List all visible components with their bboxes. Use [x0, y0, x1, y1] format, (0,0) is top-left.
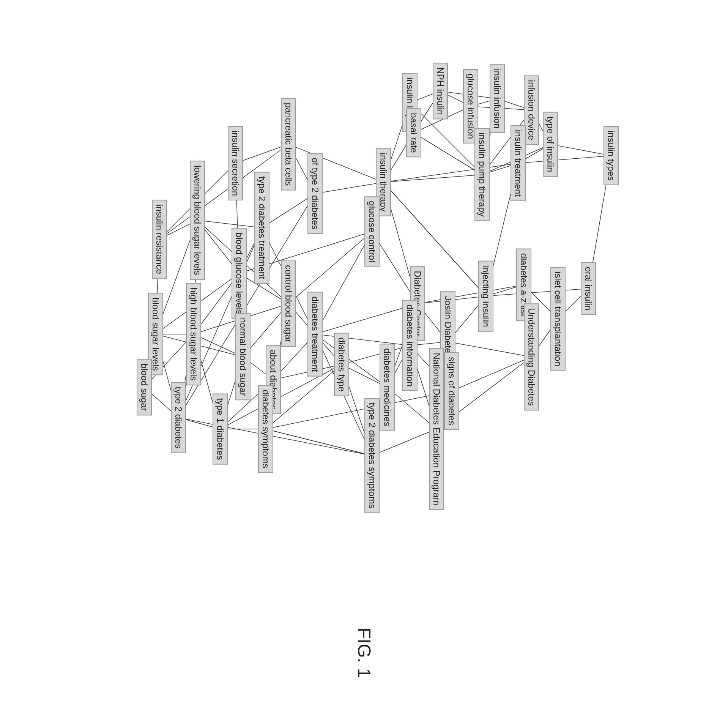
concept-node[interactable]: lowering blood sugar levels — [190, 161, 205, 280]
svg-line-72 — [266, 429, 372, 456]
concept-node[interactable]: insulin infusion — [490, 64, 505, 133]
svg-line-91 — [266, 429, 372, 456]
svg-line-73 — [178, 418, 372, 456]
concept-node-label: insulin resistance — [154, 204, 165, 274]
concept-node-label: insulin infusion — [492, 69, 503, 128]
figure-caption: FIG. 1 — [354, 628, 375, 678]
concept-node[interactable]: diabetes information — [402, 300, 418, 391]
concept-node[interactable]: insulin resistance — [152, 200, 167, 279]
svg-line-80 — [235, 144, 288, 163]
svg-line-58 — [288, 144, 383, 182]
concept-node[interactable]: high blood sugar levels — [186, 283, 201, 385]
concept-node[interactable]: insulin pump therapy — [474, 128, 490, 221]
concept-node[interactable]: type 2 diabetes — [171, 382, 186, 453]
concept-node-label: control blood sugar — [284, 265, 294, 342]
concept-node-label: injecting insulin — [481, 265, 491, 327]
concept-node-label: insulin types — [606, 131, 616, 181]
svg-line-26 — [383, 182, 486, 296]
svg-line-55 — [372, 429, 436, 456]
concept-graph: insulin typesoral insulinislet cell tran… — [76, 30, 645, 600]
concept-node-label: insulin secretion — [230, 131, 241, 196]
svg-line-44 — [266, 391, 452, 429]
concept-node-label: type 2 diabetes treatment — [257, 177, 267, 279]
concept-node-label: high blood sugar levels — [189, 287, 199, 381]
concept-node[interactable]: insulin secretion — [228, 126, 243, 200]
svg-line-60 — [288, 232, 372, 304]
concept-node-label: blood glucose levels — [234, 232, 244, 314]
concept-node-label: diabetes information — [405, 304, 415, 386]
concept-node-label: insulin treatment — [513, 130, 523, 197]
svg-line-18 — [418, 285, 524, 304]
concept-node[interactable]: normal blood sugar — [235, 313, 251, 400]
concept-node-label: type of insulin — [545, 117, 556, 172]
svg-line-62 — [315, 232, 372, 334]
concept-node-label: diabetes symptoms — [261, 390, 271, 468]
concept-node[interactable]: oral insulin — [581, 262, 596, 315]
concept-node[interactable]: infusion device — [524, 76, 539, 145]
concept-node-label: lowering blood sugar levels — [192, 165, 203, 275]
concept-node[interactable]: type of insulin — [543, 112, 558, 177]
svg-line-20 — [448, 342, 531, 357]
concept-node[interactable]: of type 2 diabetes — [307, 153, 323, 234]
concept-node-label: of type 2 diabetes — [310, 158, 320, 229]
concept-node[interactable]: blood glucose levels — [232, 228, 247, 319]
concept-node-label: diabetes type — [337, 338, 347, 392]
concept-node-label: blood sugar levels — [151, 297, 161, 371]
concept-node-label: National Diabetes Education Program — [432, 353, 442, 505]
concept-node[interactable]: pancreatic beta cells — [281, 98, 296, 191]
concept-node-label: basal rate — [409, 113, 419, 153]
concept-node[interactable]: insulin treatment — [511, 125, 526, 201]
svg-line-0 — [550, 144, 611, 156]
concept-node-label: signs of diabetes — [447, 357, 457, 425]
concept-node[interactable]: type 2 diabetes symptoms — [364, 398, 380, 513]
svg-line-15 — [383, 163, 518, 182]
svg-line-19 — [452, 357, 531, 391]
concept-node[interactable]: diabetes type — [334, 333, 349, 396]
concept-node[interactable]: islet cell transplantation — [550, 267, 566, 371]
concept-node[interactable]: glucose control — [364, 196, 380, 267]
concept-node-label: type 1 diabetes — [215, 398, 225, 460]
concept-node-label: glucose control — [367, 201, 377, 262]
svg-line-93 — [197, 220, 262, 228]
concept-node-label: type 2 diabetes symptoms — [367, 403, 377, 509]
svg-line-3 — [486, 289, 588, 296]
concept-node-label: insulin therapy — [378, 153, 389, 212]
concept-node[interactable]: NPH insulin — [433, 63, 448, 119]
svg-line-1 — [518, 156, 611, 163]
concept-node-label: diabetes treatment — [310, 297, 320, 372]
concept-node-label: oral insulin — [583, 267, 594, 311]
concept-node[interactable]: type 2 diabetes treatment — [254, 172, 269, 284]
concept-node[interactable]: insulin types — [604, 126, 619, 185]
concept-node-label: Understanding Diabetes — [526, 308, 537, 406]
concept-node[interactable]: National Diabetes Education Program — [429, 348, 444, 510]
concept-node-label: blood sugar — [139, 363, 150, 411]
svg-line-59 — [383, 182, 486, 296]
concept-node-label: pancreatic beta cells — [284, 103, 294, 186]
svg-line-53 — [315, 334, 410, 345]
svg-line-31 — [383, 175, 482, 182]
concept-node-label: type 2 diabetes — [173, 387, 184, 449]
concept-node[interactable]: diabetes treatment — [307, 292, 323, 377]
svg-line-77 — [262, 194, 315, 228]
concept-node-label: NPH insulin — [435, 67, 446, 115]
svg-line-51 — [342, 345, 410, 364]
concept-node[interactable]: basal rate — [406, 108, 421, 157]
concept-node[interactable]: type 1 diabetes — [213, 394, 228, 465]
concept-node[interactable]: Understanding Diabetes — [524, 303, 539, 410]
concept-node-label: islet cell transplantation — [553, 271, 563, 366]
svg-line-57 — [315, 182, 383, 194]
concept-node[interactable]: control blood sugar — [281, 260, 296, 347]
concept-node-label: diabetes medicines — [382, 348, 392, 426]
concept-node[interactable]: signs of diabetes — [444, 352, 459, 430]
svg-line-63 — [315, 334, 387, 387]
concept-node[interactable]: injecting insulin — [478, 261, 493, 332]
concept-node[interactable]: blood sugar — [137, 359, 152, 415]
concept-node[interactable]: diabetes medicines — [380, 344, 395, 431]
concept-node-label: infusion device — [526, 80, 537, 140]
concept-node[interactable]: diabetes symptoms — [258, 385, 273, 473]
concept-node-label: insulin pump therapy — [477, 132, 487, 216]
concept-node-label: normal blood sugar — [238, 318, 248, 396]
